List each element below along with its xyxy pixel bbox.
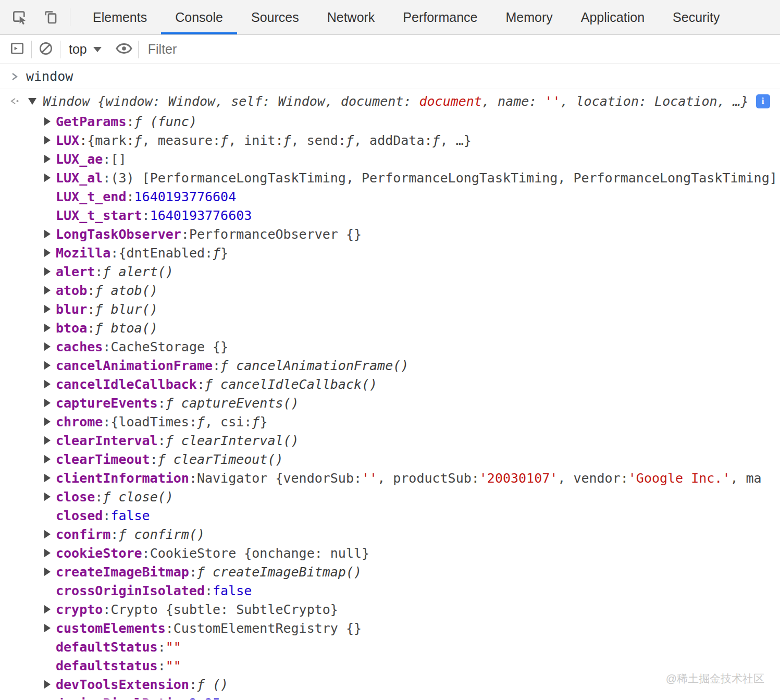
tab-application[interactable]: Application <box>567 0 659 34</box>
clear-console-button[interactable] <box>32 35 60 64</box>
chevron-down-icon <box>93 47 102 52</box>
value-segment: ƒ blur() <box>95 302 157 317</box>
property-row-alert[interactable]: alert: ƒ alert() <box>0 262 780 281</box>
expand-arrow-icon[interactable] <box>44 324 56 332</box>
property-row-blur[interactable]: blur: ƒ blur() <box>0 300 780 318</box>
expand-arrow-icon[interactable] <box>44 680 56 689</box>
inspect-element-button[interactable] <box>5 3 33 31</box>
expand-arrow-icon[interactable] <box>44 249 56 257</box>
expand-arrow-icon[interactable] <box>44 399 56 407</box>
property-row-LUX_ae[interactable]: LUX_ae: [] <box>0 150 780 168</box>
property-row-confirm[interactable]: confirm: ƒ confirm() <box>0 525 780 544</box>
tab-network[interactable]: Network <box>313 0 389 34</box>
toggle-device-toolbar-button[interactable] <box>36 3 65 31</box>
console-command-entry[interactable]: window <box>0 64 780 89</box>
value-segment: 1640193776603 <box>150 208 252 223</box>
execution-context-selector[interactable]: top <box>60 42 110 57</box>
expand-arrow-icon[interactable] <box>44 286 56 294</box>
value-segment: ƒ atob() <box>95 283 157 298</box>
property-row-close[interactable]: close: ƒ close() <box>0 487 780 506</box>
colon: : <box>126 114 134 129</box>
expand-arrow-icon[interactable] <box>44 624 56 632</box>
tab-sources[interactable]: Sources <box>237 0 313 34</box>
property-name: LongTaskObserver <box>56 227 181 242</box>
colon: : <box>213 358 220 373</box>
triangle-right-icon <box>44 155 51 163</box>
property-row-cancelAnimationFrame[interactable]: cancelAnimationFrame: ƒ cancelAnimationF… <box>0 356 780 375</box>
expand-arrow-icon[interactable] <box>44 417 56 426</box>
property-row-captureEvents[interactable]: captureEvents: ƒ captureEvents() <box>0 394 780 412</box>
property-row-customElements[interactable]: customElements: CustomElementRegistry {} <box>0 619 780 637</box>
value-segment: , csi: <box>205 414 252 429</box>
property-row-LUX_t_end: LUX_t_end: 1640193776604 <box>0 187 780 206</box>
property-row-cookieStore[interactable]: cookieStore: CookieStore {onchange: null… <box>0 544 780 562</box>
expand-arrow-icon[interactable] <box>44 361 56 370</box>
expand-arrow-icon[interactable] <box>44 155 56 163</box>
property-row-crypto[interactable]: crypto: Crypto {subtle: SubtleCrypto} <box>0 600 780 619</box>
expand-arrow-icon[interactable] <box>44 174 56 182</box>
property-row-devToolsExtension[interactable]: devToolsExtension: ƒ () <box>0 675 780 694</box>
tab-elements[interactable]: Elements <box>79 0 161 34</box>
tab-security[interactable]: Security <box>659 0 734 34</box>
property-row-LUX[interactable]: LUX: {mark: ƒ, measure: ƒ, init: ƒ, send… <box>0 131 780 150</box>
expand-arrow-icon[interactable] <box>44 568 56 576</box>
property-row-clearInterval[interactable]: clearInterval: ƒ clearInterval() <box>0 431 780 450</box>
property-row-chrome[interactable]: chrome: {loadTimes: ƒ, csi: ƒ} <box>0 412 780 431</box>
property-row-cancelIdleCallback[interactable]: cancelIdleCallback: ƒ cancelIdleCallback… <box>0 375 780 394</box>
property-row-caches[interactable]: caches: CacheStorage {} <box>0 337 780 356</box>
value-segment: Window <box>278 94 325 109</box>
colon: : <box>87 302 95 317</box>
colon: : <box>181 227 189 242</box>
colon: : <box>181 696 189 700</box>
property-row-LongTaskObserver[interactable]: LongTaskObserver: PerformanceObserver {} <box>0 225 780 243</box>
triangle-right-icon <box>44 286 51 294</box>
expand-arrow-icon[interactable] <box>44 267 56 276</box>
property-name: confirm <box>56 527 110 542</box>
value-segment: Window <box>43 94 97 109</box>
expand-arrow-icon[interactable] <box>44 493 56 501</box>
property-row-clientInformation[interactable]: clientInformation: Navigator {vendorSub:… <box>0 469 780 487</box>
property-row-atob[interactable]: atob: ƒ atob() <box>0 281 780 300</box>
tab-memory[interactable]: Memory <box>491 0 566 34</box>
window-object-row[interactable]: Window {window: Window, self: Window, do… <box>0 90 780 112</box>
collapse-arrow-icon[interactable] <box>28 98 36 105</box>
expand-arrow-icon[interactable] <box>44 474 56 482</box>
property-row-createImageBitmap[interactable]: createImageBitmap: ƒ createImageBitmap() <box>0 562 780 581</box>
triangle-right-icon <box>44 417 51 426</box>
property-name: GetParams <box>56 114 126 129</box>
colon: : <box>158 640 166 655</box>
console-result-entry: Window {window: Window, self: Window, do… <box>0 90 780 699</box>
expand-arrow-icon[interactable] <box>44 117 56 126</box>
expand-arrow-icon[interactable] <box>44 305 56 313</box>
tab-performance[interactable]: Performance <box>389 0 491 34</box>
property-name: crypto <box>56 602 103 617</box>
info-icon[interactable] <box>756 94 770 108</box>
triangle-right-icon <box>44 549 51 557</box>
property-name: atob <box>56 283 87 298</box>
filter-input[interactable] <box>148 42 367 57</box>
triangle-right-icon <box>44 305 51 313</box>
expand-arrow-icon[interactable] <box>44 605 56 613</box>
expand-arrow-icon[interactable] <box>44 230 56 238</box>
property-name: cancelAnimationFrame <box>56 358 213 373</box>
expand-arrow-icon[interactable] <box>44 380 56 388</box>
expand-arrow-icon[interactable] <box>44 530 56 538</box>
property-row-GetParams[interactable]: GetParams: ƒ (func) <box>0 112 780 131</box>
property-row-LUX_al[interactable]: LUX_al: (3) [PerformanceLongTaskTiming, … <box>0 168 780 187</box>
tab-console[interactable]: Console <box>161 0 237 34</box>
value-segment: 'Google Inc.' <box>628 471 731 486</box>
expand-arrow-icon[interactable] <box>44 549 56 557</box>
property-name: LUX_al <box>56 170 103 186</box>
expand-arrow-icon[interactable] <box>44 436 56 445</box>
live-expression-button[interactable] <box>110 35 138 64</box>
eye-icon <box>115 40 133 59</box>
console-sidebar-toggle-button[interactable] <box>3 35 31 64</box>
property-row-clearTimeout[interactable]: clearTimeout: ƒ clearTimeout() <box>0 450 780 469</box>
property-row-Mozilla[interactable]: Mozilla: {dntEnabled: ƒ} <box>0 243 780 262</box>
expand-arrow-icon[interactable] <box>44 342 56 351</box>
value-segment: ƒ <box>213 245 220 261</box>
value-segment: , location: <box>560 94 654 109</box>
expand-arrow-icon[interactable] <box>44 136 56 144</box>
property-row-btoa[interactable]: btoa: ƒ btoa() <box>0 318 780 337</box>
expand-arrow-icon[interactable] <box>44 455 56 463</box>
